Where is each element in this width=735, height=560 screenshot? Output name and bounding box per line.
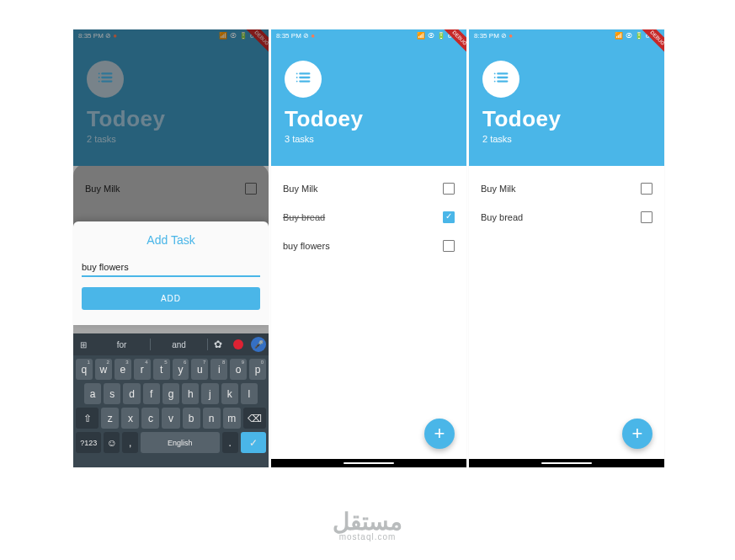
- phone-screen-1: 8:35 PM ⊘ ● 📶 ⦿ 🔋 64% DEBUG Todoey 2 tas…: [73, 29, 269, 467]
- add-button[interactable]: ADD: [82, 287, 260, 310]
- status-bar: 8:35 PM ⊘ ● 📶 ⦿ 🔋 64%: [271, 29, 466, 42]
- app-logo: [482, 61, 519, 98]
- key-x[interactable]: x: [121, 408, 139, 429]
- wifi-icon: ⦿: [626, 32, 632, 40]
- key-l[interactable]: l: [241, 383, 258, 404]
- status-dot-icon: ●: [509, 32, 513, 40]
- grid-icon[interactable]: ⊞: [73, 340, 93, 349]
- svg-point-10: [296, 77, 298, 78]
- modal-title: Add Task: [82, 233, 260, 247]
- task-label: Buy bread: [481, 212, 523, 222]
- svg-point-16: [494, 77, 496, 78]
- signal-icon: 📶: [417, 32, 425, 40]
- status-bar: 8:35 PM ⊘ ● 📶 ⦿ 🔋 64%: [469, 29, 664, 42]
- task-list-wrap: Buy Milk Buy bread ✓ buy flowers: [271, 164, 466, 260]
- suggestion[interactable]: and: [151, 340, 207, 349]
- key-n[interactable]: n: [203, 408, 221, 429]
- key-z[interactable]: z: [101, 408, 119, 429]
- phone-screen-3: 8:35 PM ⊘ ● 📶 ⦿ 🔋 64% DEBUG Todoey 2 tas…: [469, 29, 664, 467]
- key-c[interactable]: c: [141, 408, 159, 429]
- task-input[interactable]: [82, 260, 260, 277]
- add-fab[interactable]: +: [424, 419, 455, 449]
- key-t[interactable]: t5: [153, 359, 170, 380]
- task-list: Buy Milk Buy bread ✓ buy flowers: [271, 164, 466, 260]
- app-title: Todoey: [285, 106, 453, 132]
- task-count: 3 tasks: [285, 134, 453, 144]
- status-dot-icon: ●: [311, 32, 315, 40]
- settings-icon[interactable]: ✿: [208, 339, 228, 350]
- key-a[interactable]: a: [84, 383, 101, 404]
- backspace-key[interactable]: ⌫: [243, 408, 266, 429]
- battery-icon: 🔋: [437, 32, 445, 40]
- mic-icon[interactable]: 🎤: [248, 337, 269, 352]
- nav-bar: [271, 459, 466, 467]
- key-f[interactable]: f: [143, 383, 160, 404]
- key-p[interactable]: p0: [249, 359, 266, 380]
- svg-point-11: [296, 81, 298, 83]
- task-row[interactable]: Buy bread ✓: [283, 203, 455, 232]
- task-row[interactable]: buy flowers: [283, 232, 455, 260]
- add-fab[interactable]: +: [622, 419, 652, 449]
- branding: مستقل mostaql.com: [0, 508, 735, 541]
- dnd-icon: ⊘: [501, 32, 507, 40]
- task-label: Buy bread: [283, 212, 325, 222]
- key-d[interactable]: d: [123, 383, 140, 404]
- key-y[interactable]: y6: [173, 359, 189, 380]
- comma-key[interactable]: ,: [122, 432, 138, 453]
- task-checkbox[interactable]: [641, 183, 652, 195]
- emoji-key[interactable]: ☺: [104, 432, 120, 453]
- keyboard[interactable]: ⊞ for and ✿ 🎤 q1w2e3r4t5y6u7i8o9p0 asdfg…: [73, 333, 269, 467]
- key-e[interactable]: e3: [115, 359, 131, 380]
- task-label: Buy Milk: [283, 184, 318, 194]
- task-list: Buy Milk Buy bread: [469, 164, 664, 259]
- add-task-modal: Add Task ADD: [73, 221, 269, 325]
- key-s[interactable]: s: [104, 383, 120, 404]
- symbols-key[interactable]: ?123: [76, 432, 101, 453]
- key-o[interactable]: o9: [230, 359, 247, 380]
- key-m[interactable]: m: [223, 408, 241, 429]
- shift-key[interactable]: ⇧: [76, 408, 99, 429]
- key-k[interactable]: k: [221, 383, 238, 404]
- period-key[interactable]: .: [222, 432, 238, 453]
- key-i[interactable]: i8: [210, 359, 227, 380]
- key-u[interactable]: u7: [191, 359, 208, 380]
- status-time: 8:35 PM ⊘ ●: [276, 32, 315, 40]
- task-count: 2 tasks: [482, 134, 651, 144]
- space-key[interactable]: English: [141, 432, 220, 453]
- wifi-icon: ⦿: [428, 32, 434, 40]
- key-b[interactable]: b: [183, 408, 200, 429]
- status-time: 8:35 PM ⊘ ●: [474, 32, 513, 40]
- task-checkbox[interactable]: [641, 211, 652, 223]
- key-j[interactable]: j: [201, 383, 218, 404]
- phone-screen-2: 8:35 PM ⊘ ● 📶 ⦿ 🔋 64% DEBUG Todoey 3 tas…: [271, 29, 466, 467]
- list-icon: [294, 68, 312, 90]
- task-label: buy flowers: [283, 241, 330, 251]
- record-icon[interactable]: [228, 339, 248, 349]
- task-row[interactable]: Buy Milk: [283, 174, 455, 203]
- task-list-wrap: Buy Milk Buy bread: [469, 164, 664, 259]
- app-header: Todoey 3 tasks: [271, 42, 466, 166]
- svg-point-9: [296, 73, 298, 75]
- app-header: Todoey 2 tasks: [469, 42, 664, 166]
- screens-container: 8:35 PM ⊘ ● 📶 ⦿ 🔋 64% DEBUG Todoey 2 tas…: [0, 0, 735, 467]
- svg-point-15: [494, 73, 496, 75]
- key-g[interactable]: g: [162, 383, 179, 404]
- key-q[interactable]: q1: [76, 359, 93, 380]
- suggestion[interactable]: for: [93, 340, 150, 349]
- task-checkbox[interactable]: [443, 183, 455, 195]
- key-v[interactable]: v: [162, 408, 179, 429]
- task-row[interactable]: Buy bread: [481, 203, 652, 232]
- keyboard-suggestions: ⊞ for and ✿ 🎤: [73, 333, 269, 355]
- task-checkbox[interactable]: ✓: [443, 211, 455, 223]
- nav-bar: [469, 459, 664, 467]
- enter-key[interactable]: ✓: [241, 432, 266, 453]
- key-h[interactable]: h: [182, 383, 199, 404]
- key-w[interactable]: w2: [95, 359, 112, 380]
- dnd-icon: ⊘: [303, 32, 309, 40]
- task-row[interactable]: Buy Milk: [481, 174, 652, 203]
- battery-icon: 🔋: [635, 32, 643, 40]
- app-title: Todoey: [482, 106, 651, 132]
- key-r[interactable]: r4: [134, 359, 151, 380]
- task-checkbox[interactable]: [443, 240, 455, 252]
- branding-latin: mostaql.com: [333, 532, 402, 541]
